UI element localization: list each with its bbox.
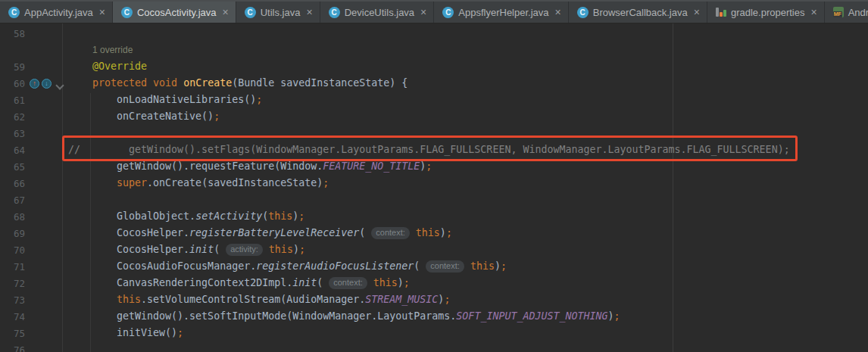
overridden-down-icon[interactable]: ↓ [42, 79, 52, 89]
tab-label: CocosActivity.java [137, 7, 217, 18]
code-line: 76 [0, 341, 868, 352]
code-editor[interactable]: 581 override59 @Override60↑↓ protected v… [0, 23, 868, 352]
code-line: 61 onLoadNativeLibraries(); [0, 92, 868, 108]
line-number: 64 [14, 145, 26, 156]
code-text[interactable]: GlobalObject.setActivity(this); [63, 208, 868, 225]
code-line: 73 this.setVolumeControlStream(AudioMana… [0, 291, 868, 308]
gutter: 70 [0, 241, 63, 258]
gutter: 60↑↓ [0, 75, 63, 92]
code-token [464, 260, 470, 272]
code-text[interactable]: getWindow().requestFeature(Window.FEATUR… [63, 158, 868, 175]
close-icon[interactable]: × [810, 7, 816, 17]
code-token: GlobalObject. [68, 210, 195, 222]
code-token: CocosAudioFocusManager. [68, 260, 256, 272]
close-icon[interactable]: × [223, 7, 229, 17]
code-text[interactable] [63, 125, 868, 142]
code-token: ; [614, 310, 620, 322]
gradle-properties-icon [716, 7, 726, 17]
code-text[interactable]: protected void onCreate(Bundle savedInst… [63, 75, 868, 92]
code-token: ; [177, 327, 183, 338]
param-hint-chip: activity: [226, 244, 263, 256]
close-icon[interactable]: × [420, 7, 426, 17]
code-token: ) [293, 244, 299, 255]
code-text[interactable]: CocosAudioFocusManager.registerAudioFocu… [63, 258, 868, 275]
code-token: ; [501, 260, 507, 272]
tab-bar: CAppActivity.java×CCocosActivity.java×CU… [0, 0, 868, 23]
code-token: ( [414, 260, 426, 272]
line-number: 74 [14, 311, 26, 322]
tab-appsflyerhelper-java[interactable]: CAppsflyerHelper.java× [434, 2, 568, 23]
code-text[interactable]: CocosHelper.init( activity: this); [63, 241, 868, 258]
tab-cocosactivity-java[interactable]: CCocosActivity.java× [113, 2, 236, 23]
tab-deviceutils-java[interactable]: CDeviceUtils.java× [320, 2, 435, 23]
code-text[interactable]: onLoadNativeLibraries(); [63, 92, 868, 108]
tab-label: Utils.java [261, 7, 301, 18]
tab-label: AppActivity.java [24, 7, 93, 18]
tab-utils-java[interactable]: CUtils.java× [236, 2, 320, 23]
line-number: 63 [14, 128, 26, 139]
android-manifest-icon: MF [833, 7, 844, 17]
class-icon: C [577, 7, 589, 18]
code-token [367, 277, 373, 288]
code-token: ; [444, 294, 450, 305]
line-number: 70 [14, 245, 26, 256]
code-text[interactable]: onCreateNative(); [63, 108, 868, 125]
code-token: ; [446, 227, 452, 238]
code-text[interactable]: CanvasRenderingContext2DImpl.init( conte… [63, 275, 868, 291]
code-token: this [268, 210, 292, 222]
inlay-lens[interactable]: 1 override [63, 42, 868, 58]
code-text[interactable]: this.setVolumeControlStream(AudioManager… [63, 291, 868, 308]
code-text[interactable]: getWindow().setSoftInputMode(WindowManag… [63, 308, 868, 325]
code-token: onCreateNative() [68, 111, 214, 122]
code-token: (Bundle savedInstanceState) { [232, 77, 407, 89]
code-line: 65 getWindow().requestFeature(Window.FEA… [0, 158, 868, 175]
tab-gradle-properties[interactable]: gradle.properties× [707, 2, 825, 23]
tab-androidmanifest-xml[interactable]: MFAndroidManifest.xml× [825, 2, 868, 23]
tab-browsercallback-java[interactable]: CBrowserCallback.java× [569, 2, 707, 23]
param-hint-chip: context: [426, 260, 464, 273]
code-text[interactable]: CocosHelper.registerBatteryLevelReceiver… [63, 225, 868, 241]
code-text[interactable]: // getWindow().setFlags(WindowManager.La… [63, 142, 868, 158]
code-token: this [416, 227, 440, 238]
code-line: 70 CocosHelper.init( activity: this); [0, 241, 868, 258]
line-number: 72 [14, 278, 26, 289]
code-text[interactable]: @Override [63, 58, 868, 75]
line-number: 75 [14, 328, 26, 339]
close-icon[interactable]: × [555, 7, 561, 17]
code-token: protected void [92, 77, 183, 89]
code-text[interactable] [63, 192, 868, 208]
code-token [68, 294, 117, 305]
gutter: 65 [0, 158, 63, 175]
line-number: 65 [14, 161, 26, 173]
gutter: 58 [0, 25, 63, 42]
code-token: registerAudioFocusListener [256, 260, 414, 272]
code-line: 68 GlobalObject.setActivity(this); [0, 208, 868, 225]
manifest-badge: MF [833, 11, 842, 17]
override-up-icon[interactable]: ↑ [30, 79, 39, 89]
close-icon[interactable]: × [694, 7, 700, 17]
code-token: ( [359, 227, 371, 238]
code-line: 60↑↓ protected void onCreate(Bundle save… [0, 75, 868, 92]
gutter: 67 [0, 192, 63, 208]
code-text[interactable] [63, 341, 868, 352]
gutter: 59 [0, 58, 63, 75]
line-number: 59 [14, 61, 26, 73]
code-token: onCreate [183, 77, 232, 89]
code-token: ; [426, 160, 432, 172]
code-text[interactable]: super.onCreate(savedInstanceState); [63, 175, 868, 192]
close-icon[interactable]: × [99, 7, 105, 17]
code-token: ) [495, 260, 501, 272]
line-number: 66 [14, 178, 26, 189]
tab-appactivity-java[interactable]: CAppActivity.java× [0, 2, 113, 23]
code-text[interactable] [63, 25, 868, 42]
code-token [68, 77, 92, 89]
code-line: 58 [0, 25, 868, 42]
line-number: 58 [14, 28, 26, 39]
code-text[interactable]: initView(); [63, 325, 868, 341]
line-number: 76 [14, 344, 26, 352]
code-token: // getWindow().setFlags(WindowManager.La… [68, 144, 790, 155]
close-icon[interactable]: × [306, 7, 312, 17]
line-number: 71 [14, 261, 26, 273]
code-token: onLoadNativeLibraries() [68, 94, 256, 105]
code-token: CocosHelper. [68, 244, 189, 255]
